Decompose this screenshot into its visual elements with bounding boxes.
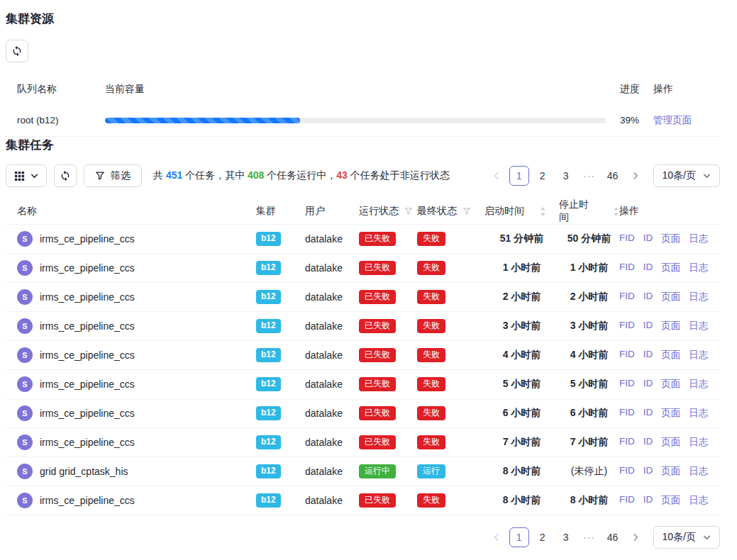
tasks-title: 集群任务 — [6, 137, 720, 153]
run-status-filter-icon[interactable] — [404, 207, 413, 215]
action-link-0[interactable]: FID — [619, 320, 635, 332]
action-link-2[interactable]: 页面 — [661, 262, 680, 274]
tasks-toolbar: 筛选 共 451 个任务，其中 408 个任务运行中，43 个任务处于非运行状态… — [6, 164, 720, 187]
run-status-badge: 已失败 — [359, 435, 396, 449]
action-links: FIDID页面日志 — [619, 494, 720, 507]
run-status-badge: 已失败 — [359, 348, 396, 362]
pagination-page-46[interactable]: 46 — [603, 527, 623, 547]
final-status-badge: 失败 — [417, 348, 445, 362]
stop-time-sort-icon[interactable] — [613, 207, 619, 216]
action-link-2[interactable]: 页面 — [661, 320, 680, 332]
cluster-badge: b12 — [256, 493, 281, 508]
action-link-1[interactable]: ID — [643, 465, 653, 478]
pagination-page-2[interactable]: 2 — [533, 166, 553, 186]
action-link-0[interactable]: FID — [619, 378, 635, 391]
capacity-progress-fill — [105, 118, 300, 123]
pagination-page-2[interactable]: 2 — [533, 527, 553, 547]
col-action: 操作 — [653, 83, 720, 96]
pagination-next-button[interactable] — [626, 166, 645, 186]
col-cluster: 集群 — [256, 205, 305, 218]
pagination-page-3[interactable]: 3 — [556, 527, 576, 547]
action-link-1[interactable]: ID — [643, 291, 653, 303]
action-link-1[interactable]: ID — [643, 407, 653, 420]
name-cell: S irms_ce_pipeline_ccs — [17, 318, 256, 334]
pagination-prev-button[interactable] — [487, 527, 506, 547]
stop-time: 8 小时前 — [559, 494, 619, 507]
page-size-select[interactable]: 10条/页 — [653, 164, 720, 187]
action-links: FIDID页面日志 — [619, 378, 720, 391]
final-status-badge: 运行 — [417, 464, 445, 478]
col-run-status-label: 运行状态 — [359, 205, 399, 218]
tasks-table-header: 名称 集群 用户 运行状态 最终状态 启动时间 — [6, 198, 720, 225]
action-link-3[interactable]: 日志 — [689, 349, 708, 362]
pagination-ellipsis[interactable]: ··· — [580, 166, 599, 186]
tasks-refresh-button[interactable] — [54, 164, 77, 187]
action-link-2[interactable]: 页面 — [661, 465, 680, 478]
action-link-3[interactable]: 日志 — [689, 233, 708, 245]
action-link-1[interactable]: ID — [643, 378, 653, 391]
action-link-1[interactable]: ID — [643, 349, 653, 362]
action-link-2[interactable]: 页面 — [661, 291, 680, 303]
start-time-sort-icon[interactable] — [540, 207, 546, 216]
pagination-next-button[interactable] — [626, 527, 645, 547]
action-link-0[interactable]: FID — [619, 494, 635, 507]
action-link-1[interactable]: ID — [643, 233, 653, 245]
name-cell: S irms_ce_pipeline_ccs — [17, 493, 256, 508]
action-link-3[interactable]: 日志 — [689, 407, 708, 420]
action-link-0[interactable]: FID — [619, 233, 635, 245]
action-link-3[interactable]: 日志 — [689, 436, 708, 449]
action-link-0[interactable]: FID — [619, 465, 635, 478]
action-link-2[interactable]: 页面 — [661, 378, 680, 391]
chevron-down-icon — [703, 534, 711, 542]
pagination-page-1[interactable]: 1 — [509, 166, 529, 186]
resources-refresh-button[interactable] — [6, 40, 28, 62]
view-switcher-button[interactable] — [6, 164, 47, 187]
stop-time: 4 小时前 — [559, 349, 619, 362]
filter-button[interactable]: 筛选 — [84, 164, 142, 187]
stop-time: (未停止) — [559, 465, 619, 478]
final-status-filter-icon[interactable] — [462, 207, 471, 215]
action-link-1[interactable]: ID — [643, 262, 653, 274]
action-link-2[interactable]: 页面 — [661, 436, 680, 449]
action-link-0[interactable]: FID — [619, 407, 635, 420]
action-link-2[interactable]: 页面 — [661, 349, 680, 362]
pagination-prev-button[interactable] — [487, 166, 506, 186]
run-status-badge: 已失败 — [359, 232, 396, 246]
pagination-page-1[interactable]: 1 — [509, 527, 529, 547]
action-link-1[interactable]: ID — [643, 320, 653, 332]
action-link-0[interactable]: FID — [619, 262, 635, 274]
action-link-1[interactable]: ID — [643, 436, 653, 449]
action-link-3[interactable]: 日志 — [689, 291, 708, 303]
name-cell: S irms_ce_pipeline_ccs — [17, 231, 256, 247]
name-cell: S grid grid_cptask_his — [17, 464, 256, 479]
pagination-ellipsis[interactable]: ··· — [580, 527, 599, 547]
pagination-page-46[interactable]: 46 — [603, 166, 623, 186]
final-status-badge: 失败 — [417, 435, 445, 449]
start-time: 5 小时前 — [484, 378, 559, 391]
col-final-status: 最终状态 — [417, 205, 484, 218]
action-link-0[interactable]: FID — [619, 349, 635, 362]
action-link-3[interactable]: 日志 — [689, 494, 708, 507]
chevron-left-icon — [492, 172, 501, 180]
pagination-page-3[interactable]: 3 — [556, 166, 576, 186]
action-link-2[interactable]: 页面 — [661, 233, 680, 245]
action-link-0[interactable]: FID — [619, 436, 635, 449]
col-name: 名称 — [17, 205, 256, 218]
task-avatar: S — [17, 231, 33, 247]
action-link-0[interactable]: FID — [619, 291, 635, 303]
manage-page-link[interactable]: 管理页面 — [653, 115, 692, 125]
start-time: 1 小时前 — [484, 262, 559, 274]
action-link-2[interactable]: 页面 — [661, 407, 680, 420]
action-link-3[interactable]: 日志 — [689, 262, 708, 274]
task-name: irms_ce_pipeline_ccs — [40, 349, 135, 361]
name-cell: S irms_ce_pipeline_ccs — [17, 405, 256, 421]
queue-name: root (b12) — [17, 115, 105, 125]
page-size-select-bottom[interactable]: 10条/页 — [653, 526, 720, 549]
start-time: 7 小时前 — [484, 436, 559, 449]
toolbar-right: 123···46 10条/页 — [487, 164, 720, 187]
action-link-1[interactable]: ID — [643, 494, 653, 507]
action-link-2[interactable]: 页面 — [661, 494, 680, 507]
action-link-3[interactable]: 日志 — [689, 320, 708, 332]
action-link-3[interactable]: 日志 — [689, 378, 708, 391]
action-link-3[interactable]: 日志 — [689, 465, 708, 478]
